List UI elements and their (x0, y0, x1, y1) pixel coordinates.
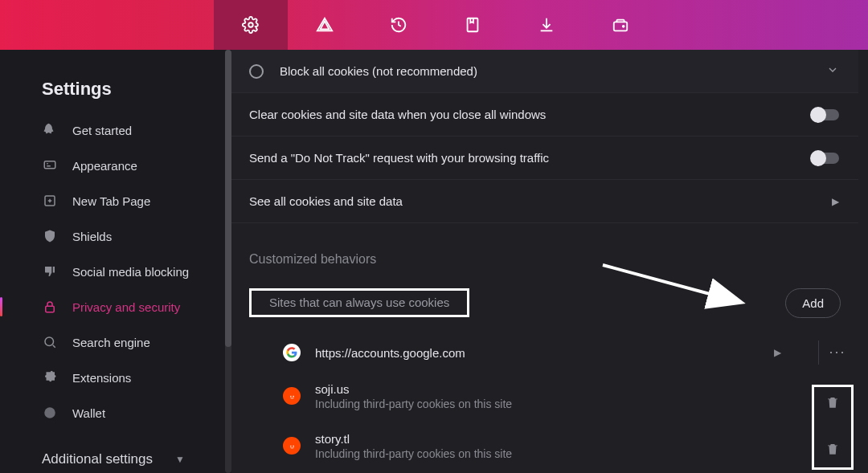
row-label: Block all cookies (not recommended) (280, 64, 826, 78)
svg-point-10 (293, 395, 294, 397)
history-icon[interactable] (362, 0, 436, 50)
site-url: story.tl (315, 432, 839, 446)
sidebar-item-privacy[interactable]: Privacy and security (14, 289, 217, 324)
chevron-down-icon: ▼ (175, 454, 185, 465)
nav-label: New Tab Page (72, 194, 150, 208)
svg-point-7 (45, 337, 54, 346)
sidebar-scrollbar[interactable] (225, 50, 231, 473)
site-url: https://accounts.google.com (315, 346, 774, 360)
warning-icon[interactable] (288, 0, 362, 50)
reddit-favicon (283, 387, 301, 405)
dnt-row: Send a "Do Not Track" request with your … (231, 137, 858, 180)
kebab-menu[interactable]: ⋮ (835, 345, 839, 361)
sidebar-item-extensions[interactable]: Extensions (14, 360, 217, 395)
dnt-toggle[interactable] (812, 153, 839, 164)
svg-point-3 (623, 26, 624, 27)
add-button[interactable]: Add (785, 288, 841, 318)
see-all-cookies-row[interactable]: See all cookies and site data ▶ (231, 180, 858, 223)
site-row-google[interactable]: https://accounts.google.com ▶ ⋮ (231, 334, 858, 371)
settings-tab-icon[interactable] (214, 0, 288, 50)
trash-highlight-box (812, 385, 854, 470)
puzzle-icon (42, 369, 58, 385)
rocket-icon (42, 122, 58, 138)
site-url: soji.us (315, 382, 839, 396)
sidebar-item-search[interactable]: Search engine (14, 324, 217, 360)
svg-point-12 (293, 445, 294, 446)
sidebar-item-wallet[interactable]: Wallet (14, 395, 217, 430)
site-subtext: Including third-party cookies on this si… (315, 398, 839, 410)
row-label: See all cookies and site data (249, 194, 832, 208)
nav-label: Wallet (72, 406, 105, 420)
section-customized: Customized behaviors (231, 223, 858, 286)
clear-on-close-row: Clear cookies and site data when you clo… (231, 93, 858, 137)
top-toolbar (0, 0, 868, 50)
svg-rect-2 (614, 22, 628, 31)
svg-point-9 (290, 395, 292, 397)
site-subtext: Including third-party cookies on this si… (315, 447, 839, 460)
wallet-top-icon[interactable] (583, 0, 657, 50)
wallet-icon (42, 405, 58, 421)
lock-icon (42, 299, 58, 315)
sidebar-item-new-tab[interactable]: New Tab Page (14, 183, 217, 218)
nav-label: Social media blocking (72, 265, 189, 279)
svg-point-11 (290, 445, 292, 446)
nav-label: Get started (72, 124, 132, 137)
sidebar-item-social[interactable]: Social media blocking (14, 254, 217, 289)
sites-always-label-highlight: Sites that can always use cookies (249, 288, 469, 317)
site-row-story[interactable]: story.tl Including third-party cookies o… (231, 421, 858, 471)
bookmarks-icon[interactable] (436, 0, 510, 50)
trash-icon[interactable] (825, 395, 840, 413)
nav-label: Appearance (72, 159, 137, 173)
search-icon (42, 334, 58, 350)
additional-label: Additional settings (42, 451, 153, 467)
svg-point-0 (248, 22, 253, 27)
nav-label: Shields (72, 230, 112, 243)
shield-icon (42, 228, 58, 244)
svg-rect-4 (44, 161, 55, 169)
sidebar-item-appearance[interactable]: Appearance (14, 148, 217, 183)
trash-icon[interactable] (825, 442, 840, 459)
row-label: Clear cookies and site data when you clo… (249, 108, 812, 121)
radio-unchecked[interactable] (249, 64, 264, 79)
svg-point-8 (44, 407, 55, 418)
appearance-icon (42, 157, 58, 173)
chevron-right-icon: ▶ (832, 196, 839, 207)
block-all-cookies-row[interactable]: Block all cookies (not recommended) (231, 50, 858, 93)
google-favicon (283, 344, 301, 361)
nav-label: Search engine (72, 336, 150, 349)
thumbs-down-icon (42, 263, 58, 279)
sites-always-label: Sites that can always use cookies (269, 296, 449, 309)
additional-settings[interactable]: Additional settings ▼ (14, 430, 217, 467)
site-row-soji[interactable]: soji.us Including third-party cookies on… (231, 371, 858, 421)
sidebar-item-shields[interactable]: Shields (14, 218, 217, 254)
clear-on-close-toggle[interactable] (812, 109, 839, 120)
settings-sidebar: Settings Get started Appearance New Tab … (0, 50, 231, 473)
new-tab-icon (42, 193, 58, 209)
chevron-right-icon: ▶ (774, 347, 781, 358)
reddit-favicon (283, 437, 301, 455)
nav-label: Privacy and security (72, 300, 180, 314)
sidebar-item-get-started[interactable]: Get started (14, 112, 217, 148)
settings-content: Block all cookies (not recommended) Clea… (231, 50, 868, 473)
nav-label: Extensions (72, 371, 131, 385)
sidebar-title: Settings (14, 50, 217, 112)
row-label: Send a "Do Not Track" request with your … (249, 151, 812, 165)
downloads-icon[interactable] (510, 0, 583, 50)
chevron-down-icon[interactable] (826, 63, 839, 79)
svg-rect-6 (46, 306, 55, 312)
